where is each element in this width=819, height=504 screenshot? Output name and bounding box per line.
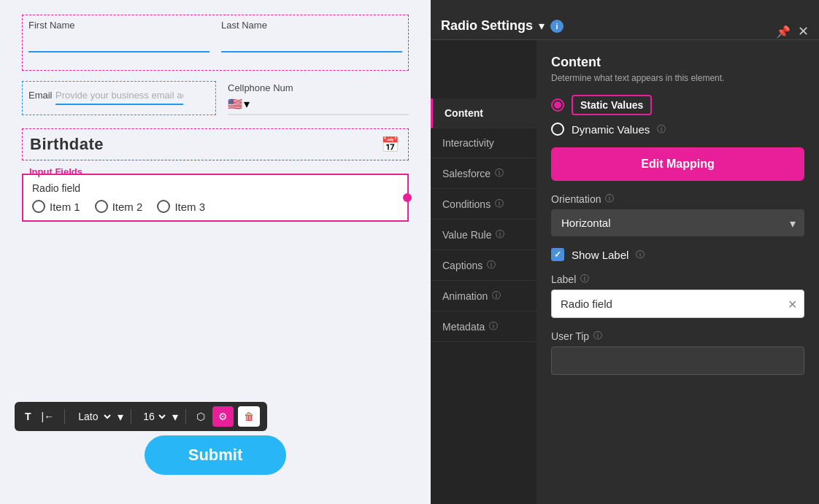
dynamic-values-radio-outer	[551, 123, 564, 136]
tab-bar: Radio Settings ▾ i 📌 ✕	[431, 0, 819, 40]
checkbox-check-icon: ✓	[554, 249, 561, 260]
nav-metadata-label: Metadata	[442, 321, 485, 333]
sidebar-item-salesforce[interactable]: Salesforce ⓘ	[431, 158, 537, 189]
label-input-wrapper: ✕	[551, 290, 804, 318]
toolbar: T |← Lato ▾ 16 ▾ ⬡ ⚙ 🗑	[15, 402, 267, 431]
show-label-label: Show Label	[572, 249, 628, 261]
birthdate-label: Birthdate	[30, 135, 104, 153]
radio-circle-2	[95, 200, 108, 213]
label-input-clear-button[interactable]: ✕	[788, 297, 797, 311]
label-input[interactable]	[551, 290, 804, 318]
input-fields-section-wrapper: Input Fields Radio field Item 1 Item 2 I…	[22, 174, 409, 222]
external-link-icon: ⬡	[196, 411, 205, 422]
dynamic-values-info-icon: ⓘ	[657, 123, 666, 136]
nav-value-rule-label: Value Rule	[442, 229, 491, 241]
right-panel-wrapper: Radio Settings ▾ i 📌 ✕ Content Interacti…	[431, 0, 819, 504]
close-icon[interactable]: ✕	[798, 23, 809, 39]
last-name-input[interactable]	[221, 34, 402, 53]
submit-button[interactable]: Submit	[145, 435, 287, 475]
first-name-label: First Name	[28, 20, 209, 31]
submit-wrapper: Submit	[0, 435, 431, 475]
show-label-row: ✓ Show Label ⓘ	[551, 248, 804, 261]
first-name-input[interactable]	[28, 34, 209, 53]
salesforce-info-icon: ⓘ	[495, 167, 504, 179]
sidebar-item-animation[interactable]: Animation ⓘ	[431, 281, 537, 311]
gear-button[interactable]: ⚙	[212, 406, 234, 427]
captions-info-icon: ⓘ	[487, 259, 496, 271]
panel-header-icons: 📌 ✕	[776, 23, 819, 39]
radio-option-2[interactable]: Item 2	[95, 200, 143, 213]
cellphone-label: Cellphone Num	[228, 82, 293, 93]
input-fields-label: Input Fields	[29, 166, 82, 177]
trash-button[interactable]: 🗑	[238, 406, 260, 427]
sidebar-item-metadata[interactable]: Metadata ⓘ	[431, 311, 537, 342]
sidebar-item-content[interactable]: Content	[431, 98, 537, 128]
calendar-icon: 📅	[381, 136, 399, 153]
show-label-checkbox[interactable]: ✓	[551, 248, 564, 261]
flag-button[interactable]: 🇺🇸 ▾	[228, 97, 250, 111]
static-values-radio-outer	[551, 98, 564, 112]
edit-mapping-button[interactable]: Edit Mapping	[551, 147, 804, 181]
static-values-option[interactable]: Static Values	[551, 95, 804, 115]
orientation-select-wrapper: Horizontal Vertical ▾	[551, 209, 804, 236]
input-fields-section: Input Fields Radio field Item 1 Item 2 I…	[22, 174, 409, 222]
orientation-setting-label: Orientation ⓘ	[551, 193, 804, 205]
sidebar-item-conditions[interactable]: Conditions ⓘ	[431, 189, 537, 220]
dynamic-values-option[interactable]: Dynamic Values ⓘ	[551, 123, 804, 136]
name-row-section: First Name Last Name	[22, 15, 409, 71]
toolbar-divider-2	[131, 409, 131, 424]
sidebar-item-captions[interactable]: Captions ⓘ	[431, 250, 537, 281]
radio-option-1[interactable]: Item 1	[32, 200, 80, 213]
user-tip-info-icon: ⓘ	[593, 330, 602, 342]
radio-field-label-form: Radio field	[32, 182, 399, 194]
static-values-radio-inner	[554, 101, 561, 109]
nav-animation-label: Animation	[442, 290, 488, 302]
radio-options: Item 1 Item 2 Item 3	[32, 200, 399, 213]
font-size-chevron: ▾	[172, 410, 178, 424]
radio-option-3[interactable]: Item 3	[157, 200, 205, 213]
text-format-button[interactable]: T	[22, 408, 34, 425]
user-tip-input[interactable]	[551, 346, 804, 375]
gear-icon: ⚙	[218, 411, 228, 422]
orientation-info-icon: ⓘ	[605, 193, 614, 205]
pin-icon[interactable]: 📌	[776, 25, 791, 39]
form-area: First Name Last Name Email Cellphone Num	[0, 0, 431, 504]
radio-item-2-label: Item 2	[112, 201, 143, 213]
phone-wrapper: 🇺🇸 ▾	[228, 94, 409, 115]
first-name-field: First Name	[28, 20, 209, 53]
cellphone-field: Cellphone Num 🇺🇸 ▾	[228, 81, 409, 115]
radio-circle-1	[32, 200, 45, 213]
radio-item-3-label: Item 3	[174, 201, 205, 213]
main-content: Content Determine what text appears in t…	[537, 40, 819, 504]
values-radio-group: Static Values Dynamic Values ⓘ	[551, 95, 804, 136]
email-label: Email	[28, 90, 53, 101]
trash-icon: 🗑	[244, 411, 254, 422]
value-rule-info-icon: ⓘ	[496, 228, 504, 241]
static-values-label: Static Values	[572, 95, 652, 115]
radio-item-1-label: Item 1	[50, 201, 80, 213]
metadata-info-icon: ⓘ	[489, 320, 498, 333]
sidebar-item-interactivity[interactable]: Interactivity	[431, 128, 537, 158]
font-family-select[interactable]: Lato	[72, 408, 113, 424]
font-size-select[interactable]: 16	[139, 408, 168, 424]
external-link-button[interactable]: ⬡	[193, 408, 208, 425]
birthdate-row: Birthdate 📅	[22, 128, 409, 160]
radio-circle-3	[157, 200, 170, 213]
label-info-icon: ⓘ	[580, 273, 589, 285]
nav-content-label: Content	[445, 107, 483, 119]
panel-title: Radio Settings	[441, 18, 533, 34]
nav-conditions-label: Conditions	[442, 198, 491, 210]
panel-title-row: Radio Settings ▾ i	[441, 18, 564, 34]
email-input[interactable]	[55, 86, 183, 105]
dynamic-values-label: Dynamic Values	[572, 123, 650, 136]
text-icon: T	[25, 411, 31, 422]
panel-chevron[interactable]: ▾	[539, 19, 545, 33]
pink-dot	[403, 193, 412, 202]
indent-button[interactable]: |←	[39, 408, 58, 425]
sidebar-nav: Content Interactivity Salesforce ⓘ Condi…	[431, 40, 537, 504]
email-field: Email	[22, 81, 216, 115]
sidebar-item-value-rule[interactable]: Value Rule ⓘ	[431, 220, 537, 250]
nav-salesforce-label: Salesforce	[442, 168, 491, 179]
orientation-select[interactable]: Horizontal Vertical	[551, 209, 804, 236]
flag-emoji: 🇺🇸	[228, 97, 242, 111]
